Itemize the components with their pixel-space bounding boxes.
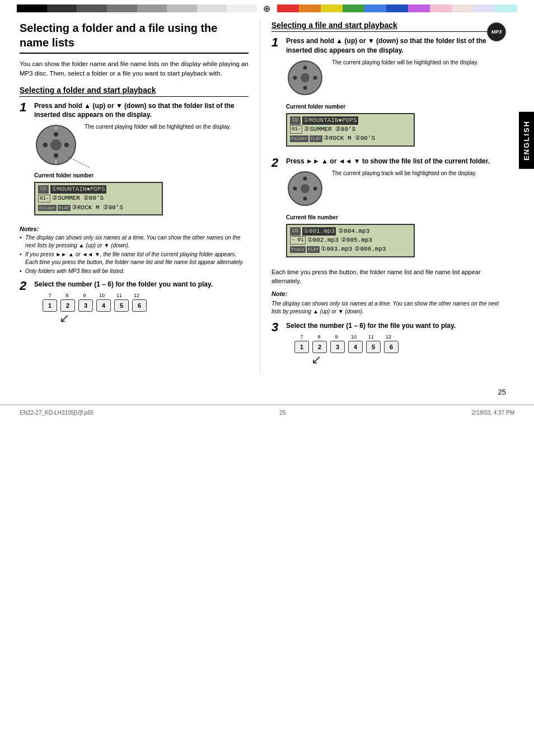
num-btn-4-left[interactable]: 4: [96, 299, 111, 312]
color-swatch-pink: [430, 4, 452, 12]
mp3-badge: MP3: [487, 22, 506, 41]
right-step1: 1 Press and hold ▲ (up) or ▼ (down) so t…: [271, 36, 501, 150]
color-swatch-red: [277, 4, 299, 12]
svg-line-8: [68, 157, 90, 168]
right-column: Selecting a file and start playback 1 Pr…: [260, 21, 501, 374]
right-step2: 2 Press ►► ▲ or ◄◄ ▼ to show the file li…: [271, 157, 501, 261]
left-column: Selecting a folder and a file using the …: [20, 21, 260, 374]
right-step1-content: Press and hold ▲ (up) or ▼ (down) so tha…: [286, 36, 501, 150]
device-illustration-left: [34, 123, 79, 168]
right-note-section: Note: The display can shows only six nam…: [271, 289, 501, 316]
color-swatch-blue: [364, 4, 386, 12]
between-text: Each time you press the button, the fold…: [271, 267, 501, 286]
right-step2-title: Press ►► ▲ or ◄◄ ▼ to show the file list…: [286, 157, 501, 166]
num-btn-4-right[interactable]: 4: [348, 341, 363, 353]
crosshair-symbol: ⊕: [257, 4, 277, 12]
right-note-text: The display can shows only six names at …: [271, 300, 501, 316]
footer-center: 25: [280, 410, 286, 416]
right-step2-content: Press ►► ▲ or ◄◄ ▼ to show the file list…: [286, 157, 501, 261]
cd-icon-left: CD: [38, 185, 49, 194]
svg-point-20: [313, 186, 317, 190]
right-step3-title: Select the number (1 – 6) for the file y…: [286, 321, 501, 331]
color-swatch-nearwhite: [227, 4, 257, 12]
footer-left: EN22-27_KD-LH3105[U]f.p65: [20, 410, 93, 416]
language-tab: ENGLISH: [519, 112, 534, 169]
num-btn-2-left[interactable]: 2: [60, 299, 75, 312]
num-btn-1-right[interactable]: 1: [294, 341, 309, 353]
svg-point-17: [303, 176, 307, 180]
svg-point-2: [54, 132, 58, 137]
step1-content: Press and hold ▲ (up) or ▼ (down) so tha…: [34, 101, 249, 219]
svg-point-1: [50, 139, 62, 151]
footer-right: 2/18/03, 4:37 PM: [472, 410, 514, 416]
num-btn-5-left[interactable]: 5: [114, 299, 129, 312]
num-btn-3-right[interactable]: 3: [330, 341, 345, 353]
step2-number-left: 2: [20, 280, 30, 292]
svg-point-19: [293, 186, 297, 190]
right-step2-caption: The current playing track will be highli…: [332, 170, 501, 177]
svg-point-10: [301, 73, 310, 82]
color-swatch-green: [343, 4, 364, 12]
svg-point-4: [43, 143, 48, 147]
num-btn-1-left[interactable]: 1: [43, 299, 57, 312]
note-item: Only folders with MP3 files will be list…: [20, 267, 249, 275]
right-file-label: Current file number: [286, 214, 501, 220]
right-step1-caption: The current playing folder will be highl…: [332, 59, 501, 67]
step1-caption-left: The current playing folder will be highl…: [85, 123, 249, 131]
svg-point-14: [313, 76, 317, 79]
right-folder-label: Current folder number: [286, 104, 501, 110]
section1-heading: Selecting a folder and start playback: [20, 86, 249, 97]
intro-text: You can show the folder name and file na…: [20, 59, 249, 79]
cursor-arrow-right: ↙: [311, 353, 501, 367]
number-buttons-area-left: 7 8 9 10 11 12 1 2 3 4 5: [40, 293, 249, 326]
num-btn-2-right[interactable]: 2: [312, 341, 327, 353]
svg-point-3: [54, 153, 58, 158]
step2-content-left: Select the number (1 – 6) for the folder…: [34, 280, 249, 326]
folder-label-left: Current folder number: [34, 172, 249, 179]
num-btn-5-right[interactable]: 5: [366, 341, 381, 353]
color-swatch-orange: [299, 4, 321, 12]
number-buttons-area-right: 7 8 9 10 11 12 1 2 3 4 5: [292, 334, 501, 367]
svg-point-13: [293, 76, 297, 79]
svg-point-18: [303, 196, 307, 200]
color-swatch-lightgray: [167, 4, 197, 12]
page-number: 25: [0, 385, 534, 399]
color-swatch-darkblue: [386, 4, 408, 12]
svg-point-11: [303, 65, 307, 69]
folder-number-box: 01–: [38, 195, 50, 203]
num-btn-3-left[interactable]: 3: [78, 299, 93, 312]
color-swatch-black: [17, 4, 47, 12]
color-swatch-gray: [107, 4, 137, 12]
notes-section: Notes: The display can shows only six na…: [20, 226, 249, 275]
lcd-display-right-step2: CD ①001.mp3 ②004.mp3 – 01 ①002.mp3 ②005.…: [286, 224, 415, 257]
right-step3-number: 3: [271, 321, 282, 334]
num-btn-6-right[interactable]: 6: [384, 341, 399, 353]
device-illustration-right2: [286, 170, 326, 210]
device-illustration-right1: [286, 59, 326, 99]
main-heading: Selecting a folder and a file using the …: [20, 21, 249, 54]
num-btn-6-left[interactable]: 6: [132, 299, 147, 312]
right-step1-number: 1: [271, 36, 282, 49]
color-swatch-purple: [408, 4, 430, 12]
color-swatch-dark: [47, 4, 77, 12]
svg-point-12: [303, 86, 307, 90]
color-swatch-cyan: [495, 4, 517, 12]
right-section-heading: Selecting a file and start playback: [271, 21, 501, 32]
lcd-display-left-step1: CD ①MOUNTAIN●POPS 01– ②SUMMER ②80'S Fold…: [34, 182, 163, 215]
right-step3: 3 Select the number (1 – 6) for the file…: [271, 321, 501, 367]
color-swatch-darkgray: [77, 4, 107, 12]
left-step1: 1 Press and hold ▲ (up) or ▼ (down) so t…: [20, 101, 249, 219]
color-swatch-yellow: [321, 4, 343, 12]
svg-point-5: [64, 143, 69, 147]
note-item: If you press ►► ▲ or ◄◄ ▼, the file name…: [20, 251, 249, 266]
note-item: The display can shows only six names at …: [20, 234, 249, 250]
svg-point-16: [301, 184, 310, 193]
right-note-title: Note:: [271, 290, 287, 297]
footer: EN22-27_KD-LH3105[U]f.p65 25 2/18/03, 4:…: [0, 405, 534, 420]
lcd-display-right-step1: CD ①MOUNTAIN●POPS 01– ②SUMMER ②80'S Fold…: [286, 113, 415, 147]
step1-title: Press and hold ▲ (up) or ▼ (down) so tha…: [34, 101, 249, 120]
right-step3-content: Select the number (1 – 6) for the file y…: [286, 321, 501, 367]
step2-title-left: Select the number (1 – 6) for the folder…: [34, 280, 249, 289]
step1-number: 1: [20, 101, 30, 114]
left-step2: 2 Select the number (1 – 6) for the fold…: [20, 280, 249, 326]
